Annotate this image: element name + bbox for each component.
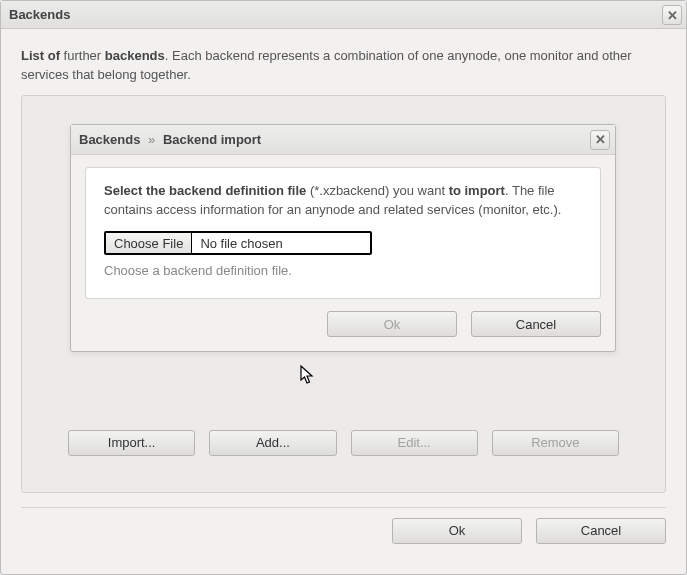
close-icon: ✕ <box>595 133 606 146</box>
dialog-cancel-button[interactable]: Cancel <box>471 311 601 337</box>
import-button[interactable]: Import... <box>68 430 195 456</box>
dialog-button-row: Ok Cancel <box>85 311 601 337</box>
instruct-bold-2: to import <box>449 183 505 198</box>
backend-import-dialog: Backends » Backend import ✕ Select the b… <box>70 124 616 353</box>
window-body: List of further backends. Each backend r… <box>1 29 686 574</box>
choose-file-button[interactable]: Choose File <box>106 233 192 253</box>
dialog-breadcrumb-2: Backend import <box>163 132 261 147</box>
intro-bold-2: backends <box>105 48 165 63</box>
edit-button[interactable]: Edit... <box>351 430 478 456</box>
backends-list-panel: Backends » Backend import ✕ Select the b… <box>21 95 666 493</box>
close-icon: ✕ <box>667 9 678 22</box>
dialog-content-panel: Select the backend definition file (*.xz… <box>85 167 601 300</box>
file-status-text: No file chosen <box>192 236 290 251</box>
window-bottom-buttons: Ok Cancel <box>21 507 666 544</box>
remove-button[interactable]: Remove <box>492 430 619 456</box>
dialog-breadcrumb-1: Backends <box>79 132 140 147</box>
intro-space: further <box>60 48 105 63</box>
list-button-row: Import... Add... Edit... Remove <box>68 430 619 456</box>
file-input[interactable]: Choose File No file chosen <box>104 231 372 255</box>
dialog-ok-button[interactable]: Ok <box>327 311 457 337</box>
dialog-close-button[interactable]: ✕ <box>590 130 610 150</box>
file-caption: Choose a backend definition file. <box>104 263 582 278</box>
dialog-body: Select the backend definition file (*.xz… <box>71 155 615 352</box>
intro-text: List of further backends. Each backend r… <box>21 47 666 85</box>
add-button[interactable]: Add... <box>209 430 336 456</box>
window-ok-button[interactable]: Ok <box>392 518 522 544</box>
intro-bold-1: List of <box>21 48 60 63</box>
window-close-button[interactable]: ✕ <box>662 5 682 25</box>
backends-window: Backends ✕ List of further backends. Eac… <box>0 0 687 575</box>
window-titlebar: Backends ✕ <box>1 1 686 29</box>
breadcrumb-sep-icon: » <box>148 132 155 147</box>
window-cancel-button[interactable]: Cancel <box>536 518 666 544</box>
dialog-titlebar: Backends » Backend import ✕ <box>71 125 615 155</box>
instruct-bold-1: Select the backend definition file <box>104 183 306 198</box>
window-title: Backends <box>9 7 70 22</box>
instruct-text-1: (*.xzbackend) you want <box>306 183 448 198</box>
dialog-instruction: Select the backend definition file (*.xz… <box>104 182 582 220</box>
